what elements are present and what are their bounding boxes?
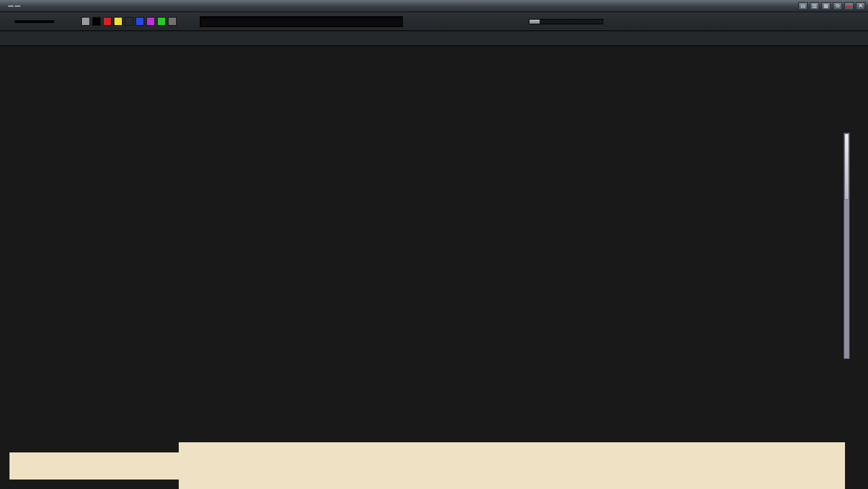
minimize-icon[interactable]: ▬ (844, 2, 854, 10)
panel-background-left (9, 452, 179, 480)
copy-icon[interactable]: ⧉ (833, 2, 842, 10)
routing-orange[interactable] (125, 17, 133, 26)
logo-v (15, 5, 20, 7)
tension-slider[interactable] (529, 19, 603, 24)
save-as-icon[interactable]: ▥ (810, 2, 819, 10)
routing-switches (81, 17, 177, 26)
routing-magenta[interactable] (146, 17, 155, 26)
panel-background (179, 442, 845, 489)
routing-blue[interactable] (135, 17, 144, 26)
save-icon[interactable]: ▤ (798, 2, 808, 10)
voices-field[interactable] (15, 20, 54, 23)
routing-green[interactable] (157, 17, 166, 26)
scrollbar-thumb[interactable] (844, 133, 849, 200)
routing-gray[interactable] (81, 17, 90, 26)
routing-s[interactable] (92, 17, 101, 26)
info-field[interactable] (200, 16, 403, 27)
title-bar[interactable]: ▤ ▥ ▦ ⧉ ▬ ✕ (0, 0, 868, 12)
patch-canvas[interactable] (0, 46, 868, 489)
logo-text (8, 5, 14, 7)
modular-logo (8, 5, 20, 7)
toolbar (0, 12, 868, 31)
canvas-scrollbar[interactable] (844, 133, 850, 359)
app-window: ▤ ▥ ▦ ⧉ ▬ ✕ (0, 0, 868, 489)
close-icon[interactable]: ✕ (856, 2, 865, 10)
routing-red[interactable] (103, 17, 112, 26)
tab-bar (0, 31, 868, 46)
routing-yellow[interactable] (114, 17, 123, 26)
patch-cables (0, 46, 868, 489)
routing-m[interactable] (168, 17, 177, 26)
grid-icon[interactable]: ▦ (821, 2, 831, 10)
